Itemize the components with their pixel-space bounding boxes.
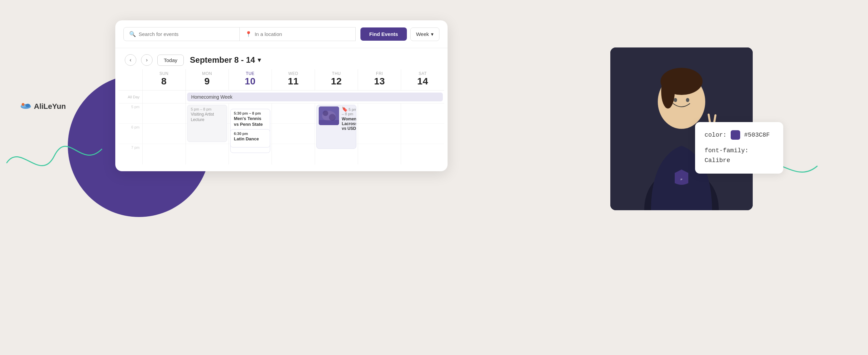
latin-dance-time: 6:30 pm — [234, 132, 267, 136]
color-info-card: color: #503C8F font-family: Calibre — [695, 122, 783, 174]
day-num-fri: 13 — [359, 76, 400, 88]
time-label-6pm: 6 pm — [119, 124, 142, 144]
day-abbr-thu: THU — [316, 71, 357, 76]
cell-sat-7pm — [401, 144, 444, 164]
event-time: 5 pm – 8 pm — [191, 107, 223, 111]
day-header-mon: MON 9 — [185, 69, 229, 91]
time-header-col — [119, 69, 142, 91]
all-day-sun — [142, 91, 185, 103]
svg-point-15 — [686, 98, 689, 102]
search-bar: 🔍 📍 Find Events Week ▾ — [115, 20, 448, 48]
svg-point-2 — [25, 104, 30, 107]
latin-dance-event[interactable]: 6:30 pm Latin Dance — [230, 129, 270, 147]
main-card: 🔍 📍 Find Events Week ▾ ‹ › Today Septemb… — [115, 20, 448, 171]
week-view-button[interactable]: Week ▾ — [410, 27, 439, 41]
date-range: September 8 - 14 ▾ — [190, 55, 261, 65]
cell-thu-5pm: 🔖 5 pm – 8 pm Women's Lacrosse vs USD — [315, 103, 358, 124]
color-row: color: #503C8F — [705, 130, 774, 140]
svg-rect-8 — [319, 120, 339, 125]
day-num-wed: 11 — [273, 76, 314, 88]
day-abbr-sat: SAT — [402, 71, 443, 76]
lacrosse-event-text: 🔖 5 pm – 8 pm Women's Lacrosse vs USD — [340, 106, 356, 131]
svg-point-6 — [323, 111, 328, 116]
time-row-5pm: 5 pm 5 pm – 8 pm Visiting Artist Lecture… — [119, 103, 444, 124]
location-input-wrap[interactable]: 📍 — [240, 27, 356, 41]
cell-fri-5pm — [358, 103, 401, 124]
font-value: Calibre — [705, 157, 730, 164]
event-title: Visiting Artist Lecture — [191, 112, 214, 122]
svg-text:P: P — [680, 178, 682, 181]
lacrosse-image — [319, 106, 339, 125]
all-day-homecoming[interactable]: Homecoming Week — [185, 91, 444, 103]
week-label: Week — [416, 31, 429, 37]
day-header-sat: SAT 14 — [401, 69, 444, 91]
search-input-wrap[interactable]: 🔍 — [123, 27, 240, 41]
time-row-6pm: 6 pm 6:30 pm Latin Dance — [119, 124, 444, 144]
chevron-down-icon: ▾ — [431, 31, 434, 37]
event-time: 5:30 pm – 8 pm — [234, 111, 267, 115]
cell-sat-6pm — [401, 124, 444, 144]
color-swatch — [731, 130, 740, 140]
day-headers-row: SUN 8 MON 9 TUE 10 WED 11 — [119, 69, 444, 91]
day-num-sun: 8 — [143, 76, 185, 88]
cell-sat-5pm — [401, 103, 444, 124]
day-abbr-fri: FRI — [359, 71, 400, 76]
cell-fri-6pm — [358, 124, 401, 144]
logo-text: AliLeYun — [34, 102, 66, 111]
search-icon: 🔍 — [129, 31, 136, 37]
next-arrow-button[interactable]: › — [141, 54, 153, 66]
lacrosse-title: Women's Lacrosse vs USD — [342, 117, 356, 131]
visiting-artist-event[interactable]: 5 pm – 8 pm Visiting Artist Lecture — [187, 105, 227, 142]
svg-point-14 — [674, 98, 677, 102]
cell-sun-7pm — [142, 144, 185, 164]
day-abbr-tue: TUE — [230, 71, 271, 76]
homecoming-event[interactable]: Homecoming Week — [187, 93, 443, 101]
cell-wed-5pm — [272, 103, 315, 124]
prev-arrow-button[interactable]: ‹ — [125, 54, 136, 66]
time-row-7pm: 7 pm — [119, 144, 444, 164]
location-icon: 📍 — [245, 31, 252, 37]
bookmark-icon: 🔖 — [342, 106, 348, 112]
svg-point-13 — [661, 75, 675, 109]
day-header-wed: WED 11 — [272, 69, 315, 91]
day-header-tue: TUE 10 — [229, 69, 272, 91]
day-abbr-wed: WED — [273, 71, 314, 76]
find-events-button[interactable]: Find Events — [360, 27, 407, 41]
cell-wed-6pm — [272, 124, 315, 144]
cell-wed-7pm — [272, 144, 315, 164]
color-hex: #503C8F — [744, 132, 770, 138]
event-title: Men's Tennis vs Penn State — [234, 116, 263, 127]
font-row: font-family: Calibre — [705, 146, 774, 165]
day-num-mon: 9 — [186, 76, 228, 88]
latin-dance-title: Latin Dance — [234, 136, 259, 141]
lacrosse-event[interactable]: 🔖 5 pm – 8 pm Women's Lacrosse vs USD — [316, 105, 356, 149]
cell-mon-7pm — [185, 144, 229, 164]
day-abbr-mon: MON — [186, 71, 228, 76]
day-abbr: SUN — [143, 71, 185, 76]
today-button[interactable]: Today — [157, 55, 184, 66]
all-day-row: All Day Homecoming Week — [119, 91, 444, 103]
day-num-tue: 10 — [230, 76, 271, 88]
svg-point-7 — [329, 114, 336, 121]
cell-sun-6pm — [142, 124, 185, 144]
day-header-thu: THU 12 — [315, 69, 358, 91]
svg-point-3 — [22, 103, 24, 106]
color-label: color: — [705, 132, 727, 138]
time-label-5pm: 5 pm — [119, 103, 142, 124]
time-label-7pm: 7 pm — [119, 144, 142, 164]
date-range-text: September 8 - 14 — [190, 55, 255, 65]
search-input[interactable] — [139, 31, 234, 37]
cell-tue-5pm: 5:30 pm – 8 pm Men's Tennis vs Penn Stat… — [229, 103, 272, 124]
calendar-table: SUN 8 MON 9 TUE 10 WED 11 — [119, 69, 444, 164]
day-header-fri: FRI 13 — [358, 69, 401, 91]
day-num-thu: 12 — [316, 76, 357, 88]
day-header-sun: SUN 8 — [142, 69, 185, 91]
date-range-dropdown-icon[interactable]: ▾ — [258, 56, 261, 64]
location-input[interactable] — [255, 31, 350, 37]
day-num-sat: 14 — [402, 76, 443, 88]
cell-mon-5pm: 5 pm – 8 pm Visiting Artist Lecture — [185, 103, 229, 124]
logo-icon — [20, 102, 31, 111]
calendar-nav: ‹ › Today September 8 - 14 ▾ — [115, 48, 448, 69]
calendar-wrapper: SUN 8 MON 9 TUE 10 WED 11 — [115, 69, 448, 164]
cell-sun-5pm — [142, 103, 185, 124]
